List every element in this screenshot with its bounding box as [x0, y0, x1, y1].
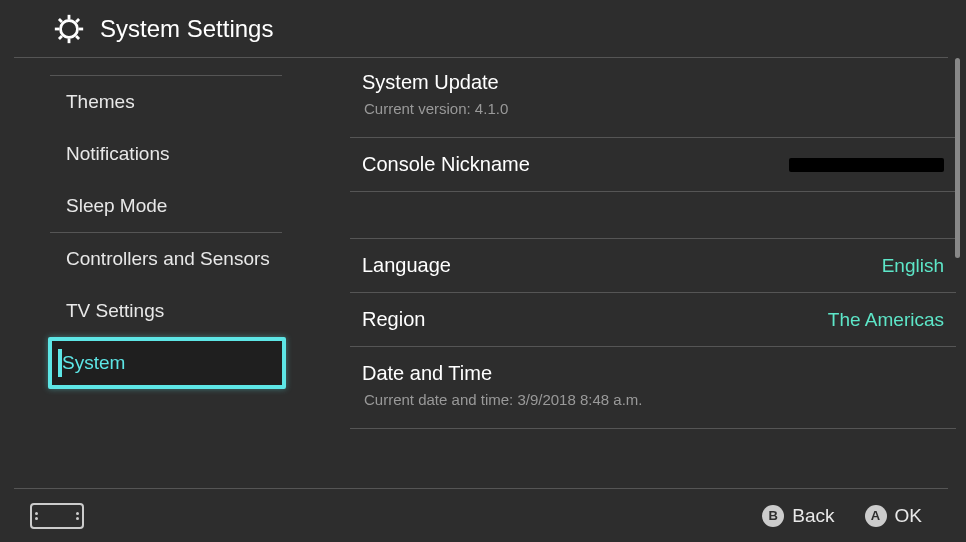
svg-line-5 [59, 18, 62, 21]
sidebar-item-tv-settings[interactable]: TV Settings [0, 285, 304, 337]
sidebar-item-label: Controllers and Sensors [66, 248, 270, 269]
section-gap [350, 192, 956, 238]
sidebar-item-label: Sleep Mode [66, 195, 167, 216]
setting-value-redacted [789, 158, 944, 172]
sidebar-item-themes[interactable]: Themes [0, 76, 304, 128]
svg-line-7 [59, 36, 62, 39]
gear-icon [52, 12, 86, 46]
controller-icon[interactable] [30, 503, 84, 529]
sidebar-item-label: amiibo [66, 58, 122, 59]
back-button[interactable]: B Back [762, 505, 834, 527]
sidebar-item-sleep-mode[interactable]: Sleep Mode [0, 180, 304, 232]
footer-buttons: B Back A OK [762, 505, 922, 527]
setting-subtext: Current version: 4.1.0 [350, 98, 956, 127]
page-title: System Settings [100, 15, 273, 43]
footer-bar: B Back A OK [14, 488, 948, 542]
svg-line-6 [76, 36, 79, 39]
setting-language[interactable]: Language English [350, 238, 956, 293]
sidebar-item-controllers[interactable]: Controllers and Sensors [0, 233, 304, 285]
setting-label: System Update [362, 71, 499, 94]
back-label: Back [792, 505, 834, 527]
setting-system-update[interactable]: System Update Current version: 4.1.0 [350, 58, 956, 138]
ok-label: OK [895, 505, 922, 527]
ok-button[interactable]: A OK [865, 505, 922, 527]
svg-line-8 [76, 18, 79, 21]
setting-value: English [882, 255, 944, 277]
svg-point-0 [61, 20, 78, 37]
sidebar-item-system[interactable]: System [48, 337, 286, 389]
sidebar: amiibo Themes Notifications Sleep Mode C… [0, 58, 304, 488]
main-panel: System Update Current version: 4.1.0 Con… [304, 58, 966, 488]
content-area: amiibo Themes Notifications Sleep Mode C… [0, 58, 966, 488]
sidebar-item-amiibo[interactable]: amiibo [0, 58, 304, 75]
setting-date-time[interactable]: Date and Time Current date and time: 3/9… [350, 347, 956, 429]
setting-label: Region [362, 308, 425, 331]
setting-value: The Americas [828, 309, 944, 331]
sidebar-item-label: System [62, 352, 125, 373]
header-bar: System Settings [14, 0, 948, 58]
sidebar-item-label: Themes [66, 91, 135, 112]
setting-label: Language [362, 254, 451, 277]
setting-console-nickname[interactable]: Console Nickname [350, 138, 956, 192]
sidebar-item-label: TV Settings [66, 300, 164, 321]
setting-label: Date and Time [362, 362, 492, 385]
a-button-icon: A [865, 505, 887, 527]
scrollbar-thumb[interactable] [955, 58, 960, 258]
setting-label: Console Nickname [362, 153, 530, 176]
sidebar-item-notifications[interactable]: Notifications [0, 128, 304, 180]
setting-subtext: Current date and time: 3/9/2018 8:48 a.m… [350, 389, 956, 418]
setting-region[interactable]: Region The Americas [350, 293, 956, 347]
sidebar-item-label: Notifications [66, 143, 170, 164]
scrollbar[interactable] [955, 58, 960, 488]
b-button-icon: B [762, 505, 784, 527]
